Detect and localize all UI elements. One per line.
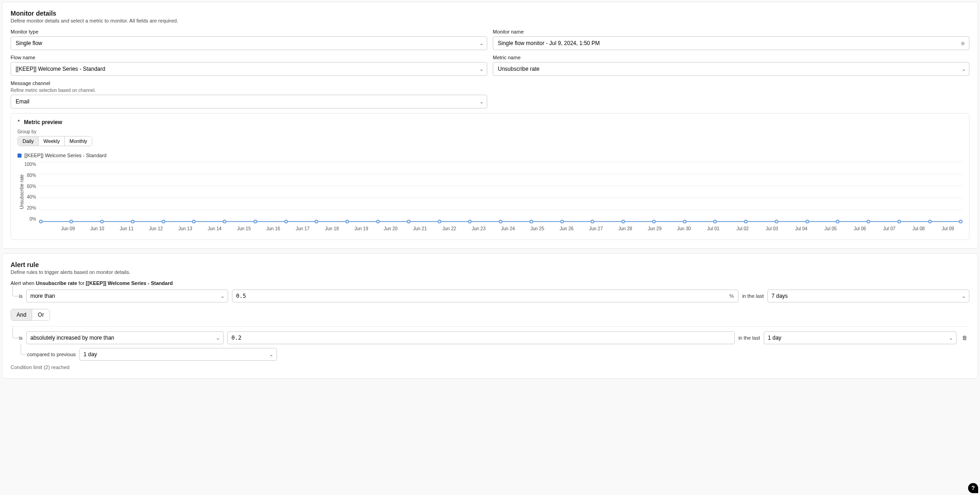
chart-point[interactable] (284, 220, 288, 223)
in-the-last-label: in the last (742, 293, 764, 299)
chart-point[interactable] (744, 220, 748, 223)
metric-name-label: Metric name (493, 55, 969, 60)
monitor-type-select[interactable] (11, 36, 487, 50)
cond2-operator-select[interactable] (26, 331, 224, 344)
chart-point[interactable] (867, 220, 870, 223)
chart-point[interactable] (192, 220, 196, 223)
group-by-segmented: Daily Weekly Monthly (17, 136, 92, 146)
message-channel-select[interactable] (11, 95, 487, 108)
trash-icon: 🗑 (962, 335, 968, 341)
chart-point[interactable] (560, 220, 564, 223)
chart-point[interactable] (162, 220, 165, 223)
divider (11, 326, 969, 327)
condition-row-1: is ⌄ % in the last ⌄ (19, 290, 969, 302)
chevron-up-icon: ˄ (17, 119, 20, 125)
chart-point[interactable] (100, 220, 104, 223)
group-by-label: Group by (17, 129, 963, 134)
cond1-value-input[interactable] (232, 290, 738, 302)
compared-to-label: compared to previous (27, 352, 76, 357)
group-by-monthly[interactable]: Monthly (64, 137, 92, 146)
chart-point[interactable] (621, 220, 625, 223)
chart-point[interactable] (223, 220, 226, 223)
chart-point[interactable] (713, 220, 717, 223)
chart-point[interactable] (652, 220, 656, 223)
delete-condition-button[interactable]: 🗑 (960, 333, 969, 343)
monitor-details-desc: Define monitor details and select a metr… (11, 18, 969, 23)
metric-preview-toggle[interactable]: ˄ Metric preview (17, 119, 963, 125)
chart-point[interactable] (131, 220, 135, 223)
and-button[interactable]: And (11, 309, 32, 320)
chart-point[interactable] (805, 220, 809, 223)
metric-name-select[interactable] (493, 62, 969, 76)
in-the-last-label: in the last (738, 335, 760, 341)
chart-point[interactable] (959, 220, 963, 223)
chart-point[interactable] (438, 220, 441, 223)
condition-row-2-compare: compared to previous ⌄ (27, 348, 969, 361)
or-button[interactable]: Or (32, 309, 49, 320)
cond1-operator-select[interactable] (26, 290, 228, 302)
y-axis-title: Unsubscribe rate (17, 162, 24, 222)
monitor-name-input[interactable] (493, 36, 969, 50)
flow-name-label: Flow name (11, 55, 487, 60)
metric-preview-title: Metric preview (24, 119, 62, 125)
chart-legend: [[KEEP]] Welcome Series - Standard (17, 153, 963, 158)
is-label: is (19, 335, 23, 341)
monitor-details-title: Monitor details (11, 10, 969, 17)
chart: Unsubscribe rate 100%80%60%40%20%0% (17, 162, 963, 222)
cond2-compare-window-select[interactable] (79, 348, 277, 361)
alert-rule-title: Alert rule (11, 261, 969, 268)
chart-point[interactable] (683, 220, 687, 223)
chart-point[interactable] (897, 220, 901, 223)
chart-point[interactable] (529, 220, 533, 223)
cond1-unit: % (729, 293, 734, 299)
condition-row-2: is ⌄ in the last ⌄ 🗑 (19, 331, 969, 344)
cond1-window-select[interactable] (767, 290, 969, 302)
monitor-name-label: Monitor name (493, 29, 969, 34)
chart-point[interactable] (315, 220, 318, 223)
cond2-value-input[interactable] (227, 331, 735, 344)
chart-point[interactable] (407, 220, 411, 223)
chart-point[interactable] (775, 220, 778, 223)
metric-preview-panel: ˄ Metric preview Group by Daily Weekly M… (11, 113, 969, 240)
alert-rule-desc: Define rules to trigger alerts based on … (11, 269, 969, 275)
legend-swatch-icon (17, 154, 22, 158)
monitor-details-card: Monitor details Define monitor details a… (2, 2, 978, 249)
legend-label: [[KEEP]] Welcome Series - Standard (24, 153, 107, 158)
chart-point[interactable] (499, 220, 502, 223)
group-by-daily[interactable]: Daily (18, 137, 38, 146)
chart-point[interactable] (468, 220, 472, 223)
chart-point[interactable] (591, 220, 594, 223)
condition-limit-note: Condition limit (2) reached (11, 364, 969, 370)
monitor-type-label: Monitor type (11, 29, 487, 34)
message-channel-sub: Refine metric selection based on channel… (11, 88, 487, 93)
chart-point[interactable] (345, 220, 349, 223)
group-by-weekly[interactable]: Weekly (38, 137, 64, 146)
chart-point[interactable] (376, 220, 380, 223)
x-axis-ticks: Jun 09Jun 10Jun 11Jun 12Jun 13Jun 14Jun … (53, 226, 963, 231)
chart-point[interactable] (39, 220, 43, 223)
flow-name-select[interactable] (11, 62, 487, 76)
cond2-window-select[interactable] (764, 331, 957, 344)
alert-rule-sentence: Alert when Unsubscribe rate for [[KEEP]]… (11, 280, 969, 286)
clear-icon[interactable]: ⊗ (961, 40, 965, 46)
and-or-toggle: And Or (11, 309, 50, 321)
chart-point[interactable] (928, 220, 932, 223)
y-axis-ticks: 100%80%60%40%20%0% (24, 162, 39, 222)
chart-plot (39, 162, 963, 222)
message-channel-label: Message channel (11, 80, 487, 86)
chart-point[interactable] (253, 220, 257, 223)
alert-rule-card: Alert rule Define rules to trigger alert… (2, 253, 978, 379)
chart-point[interactable] (69, 220, 73, 223)
is-label: is (19, 293, 23, 299)
chart-point[interactable] (836, 220, 839, 223)
